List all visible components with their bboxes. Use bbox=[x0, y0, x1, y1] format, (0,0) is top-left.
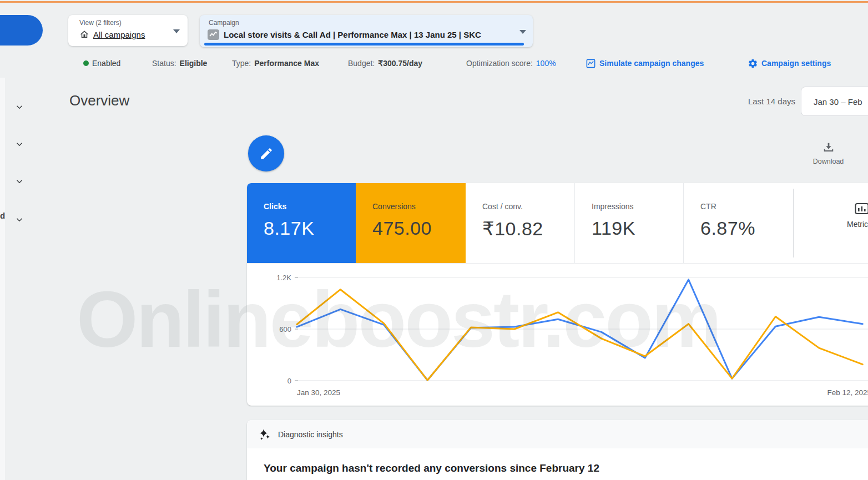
x-axis-label-end: Feb 12, 2025 bbox=[827, 388, 868, 397]
overview-card: Clicks 8.17K Conversions 475.00 Cost / c… bbox=[247, 183, 868, 406]
home-icon bbox=[79, 29, 89, 39]
sidebar-partial-label: d bbox=[0, 211, 5, 220]
campaign-budget: Budget: ₹300.75/day bbox=[348, 58, 422, 69]
scorecard-clicks[interactable]: Clicks 8.17K bbox=[247, 183, 356, 263]
campaign-settings-link[interactable]: Campaign settings bbox=[748, 58, 831, 69]
metrics-panel[interactable]: Metrics bbox=[794, 183, 868, 263]
download-icon bbox=[822, 141, 835, 153]
campaign-chart-icon bbox=[208, 29, 219, 40]
campaign-selector[interactable]: Campaign Local store visits & Call Ad | … bbox=[200, 15, 533, 47]
view-selector-label: View (2 filters) bbox=[79, 19, 122, 27]
y-tick-label: 600 bbox=[279, 325, 291, 334]
sidebar-edge bbox=[0, 78, 5, 480]
chevron-down-icon[interactable] bbox=[14, 176, 24, 186]
download-button[interactable]: Download bbox=[805, 141, 852, 165]
gear-icon bbox=[748, 58, 758, 69]
chevron-down-icon[interactable] bbox=[14, 139, 24, 149]
new-campaign-pill-button[interactable] bbox=[0, 15, 43, 46]
x-axis-label-start: Jan 30, 2025 bbox=[297, 388, 340, 397]
sparkle-icon bbox=[258, 428, 271, 441]
campaign-selected-underline bbox=[204, 43, 524, 46]
chevron-down-icon[interactable] bbox=[14, 215, 24, 225]
simulate-chart-icon bbox=[586, 58, 596, 69]
conversions-line-series bbox=[297, 290, 862, 381]
chevron-down-icon[interactable] bbox=[519, 30, 526, 34]
edit-button[interactable] bbox=[248, 135, 284, 171]
download-label: Download bbox=[805, 158, 852, 165]
metrics-label: Metrics bbox=[847, 220, 868, 229]
chevron-down-icon[interactable] bbox=[173, 29, 180, 33]
scorecard-impressions[interactable]: Impressions 119K bbox=[574, 183, 683, 263]
y-tick-label: 0 bbox=[287, 377, 291, 385]
scorecard-conversions[interactable]: Conversions 475.00 bbox=[356, 183, 466, 263]
diagnostic-insights-card: Diagnostic insights Your campaign hasn't… bbox=[247, 420, 868, 480]
campaign-selector-value: Local store visits & Call Ad | Performan… bbox=[224, 30, 481, 39]
campaign-selector-label: Campaign bbox=[209, 19, 239, 27]
pencil-icon bbox=[259, 146, 274, 161]
date-range-preset[interactable]: Last 14 days bbox=[721, 97, 795, 106]
scorecard-cost-per-conv[interactable]: Cost / conv. ₹10.82 bbox=[466, 183, 574, 263]
diagnostic-insights-header[interactable]: Diagnostic insights bbox=[247, 420, 868, 448]
diagnostic-message: Your campaign hasn't recorded any conver… bbox=[264, 462, 599, 474]
simulate-campaign-changes-link[interactable]: Simulate campaign changes bbox=[586, 58, 704, 69]
scorecard-row: Clicks 8.17K Conversions 475.00 Cost / c… bbox=[247, 183, 868, 264]
top-accent-bar bbox=[0, 1, 868, 3]
date-range-picker[interactable]: Jan 30 – Feb bbox=[801, 87, 868, 116]
enabled-dot-icon bbox=[83, 60, 89, 66]
scorecard-ctr[interactable]: CTR 6.87% bbox=[683, 183, 793, 263]
performance-line-chart[interactable]: 1.2K 600 0 Jan 30, 2025 Feb 12, 2025 bbox=[247, 263, 868, 406]
view-selector[interactable]: View (2 filters) All campaigns bbox=[68, 15, 188, 46]
metrics-bar-chart-icon bbox=[855, 202, 868, 215]
clicks-line-series bbox=[297, 280, 862, 380]
diagnostic-insights-title: Diagnostic insights bbox=[278, 430, 343, 439]
view-selector-value: All campaigns bbox=[93, 30, 145, 39]
chevron-down-icon[interactable] bbox=[14, 102, 24, 112]
optimization-score[interactable]: Optimization score: 100% bbox=[466, 58, 556, 69]
page-title: Overview bbox=[69, 92, 129, 109]
status-eligible: Status: Eligible bbox=[152, 58, 207, 69]
campaign-type: Type: Performance Max bbox=[232, 58, 319, 69]
campaign-enabled-status: Enabled bbox=[83, 58, 120, 69]
y-tick-label: 1.2K bbox=[276, 274, 291, 282]
